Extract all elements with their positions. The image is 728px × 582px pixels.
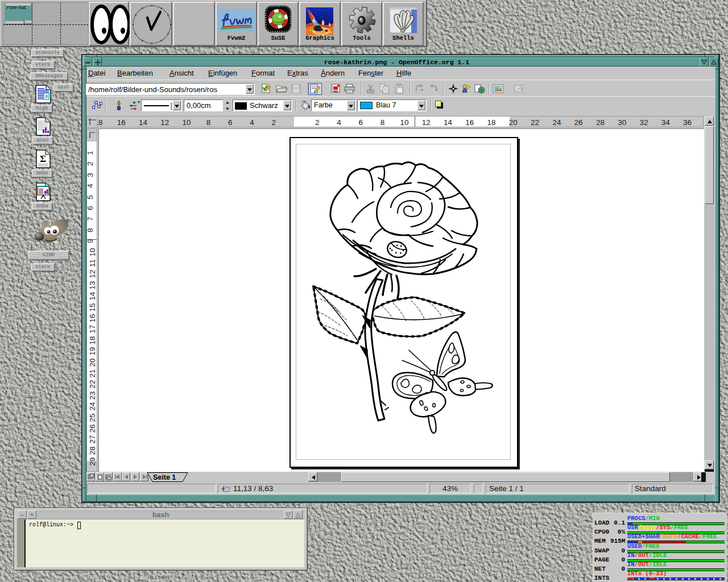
svg-text:Seite 1: Seite 1 xyxy=(153,473,176,481)
svg-text:Σ: Σ xyxy=(40,153,46,164)
